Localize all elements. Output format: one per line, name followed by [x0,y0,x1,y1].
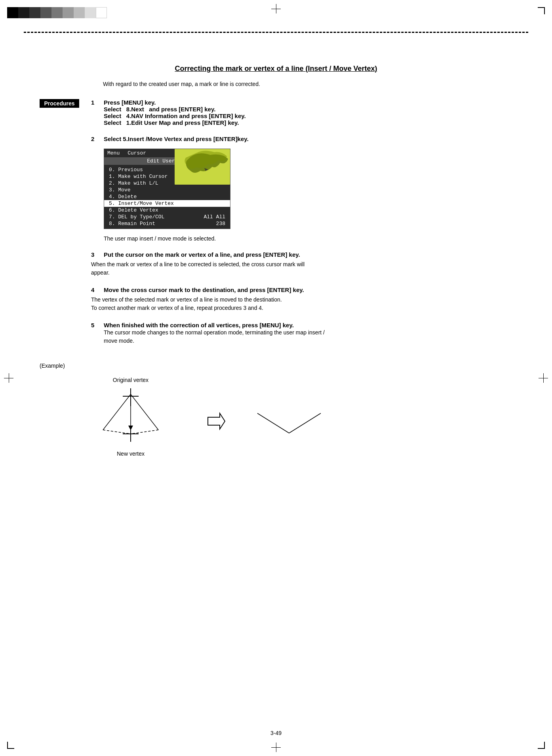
step-3-header: 3 Put the cursor on the mark or vertex o… [91,251,512,258]
corner-mark-bl [7,742,14,749]
step-5-line-1: When finished with the correction of all… [104,322,325,328]
menu-item-4: 4. Delete [104,193,230,200]
step-5: 5 When finished with the correction of a… [91,322,512,345]
diagram-arrow-between [206,411,226,432]
svg-line-10 [131,430,158,434]
menu-item-7: 7. DEL by Type/COLAll All [104,214,230,220]
diagram-area: Original vertex [79,377,512,467]
step-1-line-3: Select 4.NAV Information and press [ENTE… [104,113,246,119]
svg-line-3 [131,394,158,430]
procedures-label: Procedures [40,99,79,108]
step-1-line-4: Select 1.Edit User Map and press [ENTER]… [104,119,246,126]
step-3-subtext: When the mark or vertex of a line to be … [91,260,512,277]
example-label: (Example) [40,363,512,369]
step-5-header: 5 When finished with the correction of a… [91,322,512,345]
step-4-header: 4 Move the cross cursor mark to the dest… [91,286,512,293]
menu-item-6: 6. Delete Vertex [104,207,230,214]
svg-line-14 [289,413,321,433]
step-5-subtext: The cursor mode changes to the normal op… [104,328,325,345]
procedures-section: Procedures 1 Press [MENU] key. Select 8.… [40,99,512,355]
step-4-subtext: The vertex of the selected mark or verte… [91,296,512,312]
step-5-num: 5 [91,322,99,328]
step-1-num: 1 [91,99,99,106]
menu-label-cursor: Cursor [128,150,146,156]
corner-mark-br [538,742,545,749]
step-2-header: 2 Select 5.Insert /Move Vertex and press… [91,136,512,142]
step-3-line-1: Put the cursor on the mark or vertex of … [104,251,300,258]
diagram-right-container [249,382,329,462]
step-4-num: 4 [91,286,99,293]
svg-text:New vertex: New vertex [117,451,145,457]
crosshair-bottom [271,743,281,752]
step-4-line-1: Move the cross cursor mark to the destin… [104,286,304,293]
grayscale-bar [7,7,107,18]
menu-item-8: 8. Remain Point238 [104,220,230,227]
map-overlay [175,149,230,185]
step-1-header: 1 Press [MENU] key. Select 8.Next and pr… [91,99,512,126]
subtitle-text: With regard to the created user map, a m… [103,81,512,87]
corner-mark-tr [538,7,545,14]
step-4: 4 Move the cross cursor mark to the dest… [91,286,512,312]
menu-screenshot: Menu Cursor Edit User Map 0. Previous 1.… [104,149,230,229]
section-title: Correcting the mark or vertex of a line … [40,65,512,73]
crosshair-left [4,373,13,383]
step-1-line-2: Select 8.Next and press [ENTER] key. [104,106,246,113]
svg-line-9 [103,430,131,434]
step-1: 1 Press [MENU] key. Select 8.Next and pr… [91,99,512,126]
step-5-content: When finished with the correction of all… [104,322,325,345]
crosshair-top [271,4,281,13]
diagram-left-svg: New vertex [79,386,182,466]
step-1-content: Press [MENU] key. Select 8.Next and pres… [104,99,246,126]
diagram-left-container: Original vertex [79,377,182,467]
step-2-line-1: Select 5.Insert /Move Vertex and press [… [104,136,249,142]
svg-line-13 [257,413,289,433]
step-2-note: The user map insert / move mode is selec… [104,235,512,242]
menu-label-menu: Menu [107,150,120,156]
step-2: 2 Select 5.Insert /Move Vertex and press… [91,136,512,242]
svg-line-2 [103,394,131,430]
page-number: 3-49 [270,730,282,736]
menu-item-5-highlighted: 5. Insert/Move Vertex [104,200,230,207]
step-3: 3 Put the cursor on the mark or vertex o… [91,251,512,277]
step-2-num: 2 [91,136,99,142]
original-vertex-label: Original vertex [79,377,182,383]
step-1-line-1: Press [MENU] key. [104,99,246,106]
diagram-right-svg [249,382,329,461]
crosshair-right [539,373,548,383]
svg-marker-12 [208,413,225,429]
step-3-num: 3 [91,251,99,258]
steps-container: 1 Press [MENU] key. Select 8.Next and pr… [91,99,512,355]
menu-item-3: 3. Move [104,187,230,193]
